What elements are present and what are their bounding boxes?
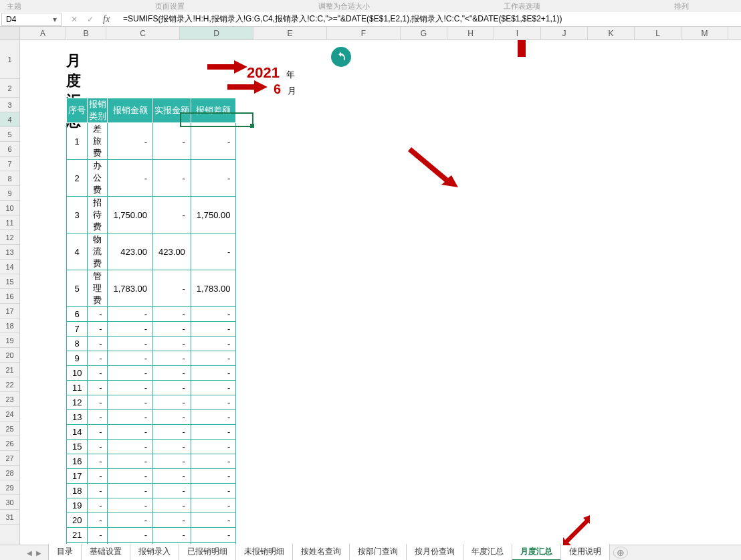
cell[interactable]: 8 [67, 337, 88, 351]
cell[interactable]: 423.00 [108, 234, 153, 270]
cell[interactable]: 10 [67, 366, 88, 381]
cell[interactable]: 1,750.00 [191, 197, 236, 234]
cell[interactable]: - [88, 454, 108, 469]
cell[interactable]: - [108, 123, 153, 160]
col-header-B[interactable]: B [66, 27, 106, 39]
cell[interactable]: 15 [67, 440, 88, 454]
row-header[interactable]: 21 [0, 363, 19, 377]
cell[interactable]: - [153, 270, 191, 307]
cell[interactable]: - [108, 410, 153, 425]
tab-nav-prev-icon[interactable]: ◀ [27, 549, 32, 557]
col-header-M[interactable]: M [681, 27, 728, 39]
th-real-amount[interactable]: 实报金额 [153, 98, 191, 123]
cell[interactable]: - [108, 498, 153, 513]
cell[interactable]: - [88, 337, 108, 351]
fx-icon[interactable]: fx [103, 14, 110, 25]
cell[interactable]: 20 [67, 513, 88, 528]
cell[interactable]: - [108, 351, 153, 366]
cell[interactable]: - [88, 410, 108, 425]
cell[interactable]: - [191, 366, 236, 381]
cell[interactable]: - [153, 528, 191, 543]
th-seq[interactable]: 序号 [67, 98, 88, 123]
cell[interactable]: 1,783.00 [108, 270, 153, 307]
cell[interactable]: - [191, 513, 236, 528]
col-header-G[interactable]: G [401, 27, 447, 39]
cell[interactable]: - [153, 454, 191, 469]
col-header-H[interactable]: H [447, 27, 494, 39]
cell[interactable]: 14 [67, 425, 88, 440]
cell[interactable]: - [108, 440, 153, 454]
cell[interactable]: - [88, 381, 108, 395]
select-all-corner[interactable] [0, 27, 20, 39]
cell[interactable]: - [191, 381, 236, 395]
sheet-tab[interactable]: 使用说明 [560, 544, 610, 560]
cell[interactable]: - [153, 440, 191, 454]
cell[interactable]: - [108, 322, 153, 337]
cell[interactable]: 9 [67, 351, 88, 366]
cell[interactable]: - [108, 454, 153, 469]
formula-cancel-icon[interactable]: ✕ [71, 15, 78, 24]
row-header[interactable]: 16 [0, 289, 19, 304]
cell[interactable]: 19 [67, 498, 88, 513]
cell[interactable]: - [191, 484, 236, 498]
cell[interactable]: - [191, 395, 236, 410]
row-header[interactable]: 30 [0, 495, 19, 510]
col-header-K[interactable]: K [588, 27, 635, 39]
cell[interactable]: - [88, 307, 108, 322]
row-header[interactable]: 25 [0, 422, 19, 436]
year-value[interactable]: 2021 [247, 64, 280, 82]
row-header[interactable]: 9 [0, 186, 19, 201]
row-header[interactable]: 7 [0, 157, 19, 171]
cell[interactable]: - [108, 484, 153, 498]
col-header-A[interactable]: A [20, 27, 66, 39]
col-header-L[interactable]: L [635, 27, 681, 39]
cell[interactable]: 4 [67, 234, 88, 270]
col-header-C[interactable]: C [106, 27, 180, 39]
row-header[interactable]: 15 [0, 274, 19, 289]
add-sheet-button[interactable]: ⊕ [613, 547, 628, 559]
row-header[interactable]: 20 [0, 348, 19, 363]
cell[interactable]: - [88, 498, 108, 513]
cell[interactable]: - [191, 454, 236, 469]
cell[interactable]: 6 [67, 307, 88, 322]
cell[interactable]: - [191, 307, 236, 322]
tab-nav-buttons[interactable]: ◀ ▶ [20, 549, 48, 557]
formula-enter-icon[interactable]: ✓ [87, 15, 94, 24]
row-header[interactable]: 24 [0, 407, 19, 422]
th-amount[interactable]: 报销金额 [108, 98, 153, 123]
sheet-tab[interactable]: 按姓名查询 [292, 544, 350, 560]
name-box-dropdown-icon[interactable]: ▾ [53, 15, 57, 24]
fill-handle[interactable] [250, 124, 254, 128]
cell[interactable]: - [153, 160, 191, 197]
cell[interactable]: 1,750.00 [108, 197, 153, 234]
cell[interactable]: - [88, 513, 108, 528]
grid[interactable]: 月度汇总 2021 年 6 月 序号 报销类别 报销金额 实报金额 报销差额 [20, 40, 741, 546]
cell[interactable]: - [108, 337, 153, 351]
row-header[interactable]: 1 [0, 40, 19, 79]
cell[interactable]: 差旅费 [88, 123, 108, 160]
cell[interactable]: - [153, 337, 191, 351]
cell[interactable]: 2 [67, 160, 88, 197]
sheet-tab[interactable]: 月度汇总 [512, 544, 561, 560]
row-header[interactable]: 18 [0, 318, 19, 333]
sheet-tab[interactable]: 按月份查询 [406, 544, 463, 560]
row-header[interactable]: 5 [0, 127, 19, 142]
row-header[interactable]: 10 [0, 201, 19, 215]
cell[interactable]: 16 [67, 454, 88, 469]
formula-input[interactable]: =SUMIFS(报销录入!H:H,报销录入!G:G,C4,报销录入!C:C,">… [119, 13, 741, 25]
col-header-E[interactable]: E [253, 27, 327, 39]
cell[interactable]: - [153, 469, 191, 484]
row-header[interactable]: 17 [0, 304, 19, 318]
cell[interactable]: 5 [67, 270, 88, 307]
cell[interactable]: - [153, 395, 191, 410]
cell[interactable]: 3 [67, 197, 88, 234]
sheet-tab[interactable]: 报销录入 [130, 544, 179, 560]
cell[interactable]: - [88, 440, 108, 454]
th-category[interactable]: 报销类别 [88, 98, 108, 123]
cell[interactable]: 21 [67, 528, 88, 543]
cell[interactable]: - [88, 528, 108, 543]
cell[interactable]: 13 [67, 410, 88, 425]
cell[interactable]: - [108, 425, 153, 440]
cell[interactable]: - [191, 425, 236, 440]
cell[interactable]: - [88, 351, 108, 366]
